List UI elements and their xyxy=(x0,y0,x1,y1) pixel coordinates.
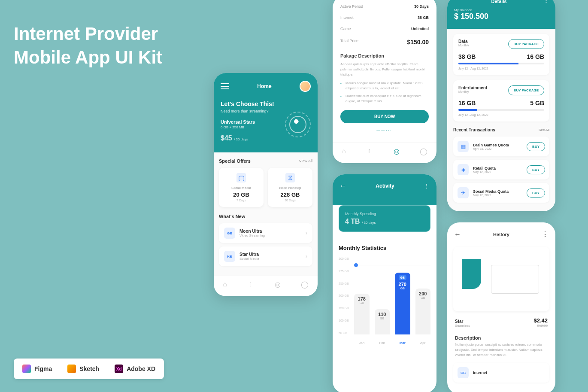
total-price: $150.00 xyxy=(407,39,429,46)
avatar[interactable] xyxy=(300,81,311,92)
bullet: Mauris congue nunc id nra vulputate. Nua… xyxy=(340,81,429,91)
screen-details: Details⋮ My Balance $ 150.500 DataMonthl… xyxy=(447,0,555,211)
page-dots: ——··· xyxy=(340,128,429,132)
tool-sketch: Sketch xyxy=(67,365,99,373)
tool-figma: Figma xyxy=(22,365,52,373)
offers-title: Special Offers xyxy=(219,158,251,164)
label: Game xyxy=(340,27,351,31)
tools-bar: Figma Sketch XdAdobe XD xyxy=(14,359,164,379)
buy-now-button[interactable]: BUY NOW xyxy=(340,110,429,123)
price: $2.42 xyxy=(533,317,548,324)
quota-card: DataMonthlyBUY PACKAGE 38 GB16 GB July 1… xyxy=(453,34,549,75)
label: Internet xyxy=(340,15,354,20)
desc-title: Pakage Description xyxy=(340,53,429,58)
sketch-icon xyxy=(67,365,76,373)
news-title: What's New xyxy=(219,214,245,219)
chat-icon: ▢ xyxy=(236,173,246,182)
hourglass-icon: ⧖ xyxy=(285,173,295,182)
transaction-item: ◈Retail QuotaMay 12, 2022BUY xyxy=(453,160,549,179)
chevron-right-icon: › xyxy=(306,230,307,236)
buy-button[interactable]: BUY xyxy=(527,165,545,174)
balance-label: My Balance xyxy=(454,8,549,12)
illustration xyxy=(453,247,549,311)
buy-button[interactable]: BUY xyxy=(527,188,545,198)
screen-activity: ← Activity ⋮ Monthly Spending 4 TB / 30 … xyxy=(333,174,436,392)
badge-icon: KB xyxy=(224,251,235,262)
more-icon[interactable]: ⋮ xyxy=(424,182,430,189)
back-icon[interactable]: ← xyxy=(339,182,346,190)
xd-icon: Xd xyxy=(115,365,123,373)
offers-view-all[interactable]: View All xyxy=(299,159,312,163)
screen-package: Active Period30 Days Internet38 GB GameU… xyxy=(333,0,436,163)
badge-icon: GB xyxy=(224,228,235,239)
send-icon: ✈ xyxy=(458,187,469,198)
bottom-nav: ⌂ ⫾ ◎ ◯ xyxy=(214,276,318,292)
stats-icon[interactable]: ⫾ xyxy=(249,280,257,288)
globe-icon xyxy=(285,112,311,137)
screen-title: Details xyxy=(491,0,506,4)
screen-title: Activity xyxy=(376,183,394,189)
total-label: Total Price xyxy=(340,39,358,46)
screen-title: Home xyxy=(257,83,271,89)
screen-history: ← History ⋮ StarSeamless $2.42$12.32 Des… xyxy=(447,222,555,392)
stats-icon[interactable]: ⫾ xyxy=(368,147,376,155)
offer-card[interactable]: ▢ Social Media 20 GB 7 Days xyxy=(219,168,264,207)
globe-icon[interactable]: ◎ xyxy=(275,280,282,288)
tool-xd: XdAdobe XD xyxy=(115,365,155,373)
home-icon[interactable]: ⌂ xyxy=(223,280,230,288)
figma-icon xyxy=(22,365,31,373)
buy-package-button[interactable]: BUY PACKAGE xyxy=(508,39,544,49)
news-item[interactable]: KB Star UltraSocial Media › xyxy=(219,246,312,266)
more-icon[interactable]: ⋮ xyxy=(544,0,549,4)
buy-package-button[interactable]: BUY PACKAGE xyxy=(508,85,544,95)
screen-home: Home Let's Choose This! Need more than s… xyxy=(214,73,318,296)
user-icon[interactable]: ◯ xyxy=(301,280,309,288)
desc-title: Description xyxy=(447,332,555,342)
transaction-item: ▦Brain Games QuotaApril 18, 2022BUY xyxy=(453,137,549,156)
trans-title: Recent Transactions xyxy=(453,128,495,132)
user-icon[interactable]: ◯ xyxy=(420,147,427,155)
bottom-nav: ⌂ ⫾ ◎ ◯ xyxy=(333,143,436,159)
offer-card[interactable]: ⧖ Noob Nonstop 228 GB 30 Days xyxy=(268,168,312,207)
page-title: Internet ProviderMobile App UI Kit xyxy=(14,22,162,69)
game-icon: ▦ xyxy=(458,141,469,152)
quota-card: EntertainmentMonthlyBUY PACKAGE 16 GB5 G… xyxy=(453,80,549,122)
spending-card: Monthly Spending 4 TB / 30 days xyxy=(339,205,430,232)
chevron-right-icon: › xyxy=(306,253,307,259)
bullet: Donec tincidunt consequat e elit. Sed at… xyxy=(340,94,429,104)
old-price: $12.32 xyxy=(533,324,548,328)
label: Active Period xyxy=(340,4,363,9)
buy-button[interactable]: BUY xyxy=(527,142,545,151)
globe-icon[interactable]: ◎ xyxy=(394,147,401,155)
screen-title: History xyxy=(493,232,509,237)
more-icon[interactable]: ⋮ xyxy=(542,230,549,238)
slider-track[interactable] xyxy=(354,265,430,265)
back-icon[interactable]: ← xyxy=(454,231,461,238)
chart-title: Monthly Statistics xyxy=(339,245,430,251)
hero-title: Let's Choose This! xyxy=(221,100,311,107)
bar-chart: 300 GB 275 GB 250 GB 200 GB 150 GB 100 G… xyxy=(339,257,430,352)
desc-text: Nullam justo purus, suscipit ac sodales … xyxy=(447,342,555,358)
badge-icon: GB xyxy=(458,367,469,378)
balance-value: $ 150.500 xyxy=(454,12,549,21)
desc-text: Aenean quis turpis eget ante efficitur s… xyxy=(340,62,429,77)
home-icon[interactable]: ⌂ xyxy=(342,147,349,155)
transaction-item: ✈Social Media QuotaMay 12, 2022BUY xyxy=(453,183,549,203)
menu-icon[interactable] xyxy=(221,83,229,89)
news-item[interactable]: GB Moon UltraVideo Streaming › xyxy=(219,223,312,243)
tag-icon: ◈ xyxy=(458,164,469,175)
see-all-link[interactable]: See All xyxy=(539,128,549,132)
internet-item[interactable]: GB Internet xyxy=(453,363,549,383)
